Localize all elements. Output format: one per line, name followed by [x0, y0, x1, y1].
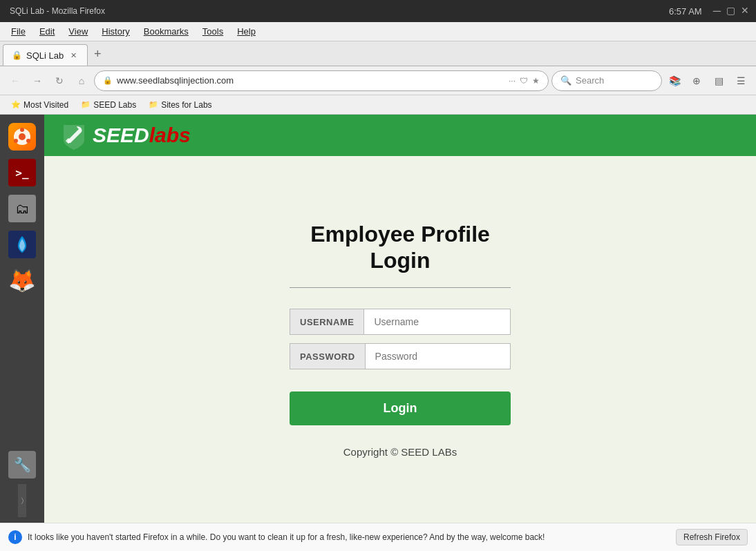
library-button[interactable]: 📚	[665, 71, 684, 90]
lock-icon: 🔒	[103, 76, 113, 85]
username-label: USERNAME	[290, 309, 364, 334]
sidebar-item-firefox[interactable]: 🦊	[6, 264, 39, 297]
notification-text: It looks like you haven't started Firefo…	[28, 532, 670, 542]
bookmarks-bar: ⭐ Most Visited 📁 SEED Labs 📁 Sites for L…	[0, 95, 756, 115]
menu-edit[interactable]: Edit	[34, 24, 60, 39]
bookmark-sites-for-labs-label: Sites for Labs	[161, 100, 211, 110]
sites-for-labs-folder-icon: 📁	[149, 100, 158, 109]
login-divider	[290, 287, 511, 288]
url-actions: ··· 🛡 ★	[509, 76, 540, 86]
back-button[interactable]: ←	[6, 71, 25, 90]
svg-point-1	[19, 133, 26, 140]
main-area: >_ 🗂 🦊	[0, 115, 756, 523]
sidebar: >_ 🗂 🦊	[0, 115, 44, 523]
window-close[interactable]: ✕	[741, 5, 749, 17]
page-content: SEED labs Employee Profile Login USERNAM…	[44, 115, 756, 523]
menu-view[interactable]: View	[63, 24, 93, 39]
seed-labs-folder-icon: 📁	[81, 100, 91, 109]
notification-bar: i It looks like you haven't started Fire…	[0, 523, 756, 551]
bookmark-sites-for-labs[interactable]: 📁 Sites for Labs	[143, 98, 217, 112]
menu-tools[interactable]: Tools	[197, 24, 229, 39]
sidebar-item-terminal[interactable]: >_	[6, 156, 39, 189]
tab-close-button[interactable]: ✕	[68, 50, 79, 61]
window-maximize[interactable]: ▢	[726, 5, 735, 17]
titlebar-title: SQLi Lab - Mozilla Firefox	[10, 6, 669, 16]
sidebar-item-wireshark[interactable]	[6, 228, 39, 261]
menu-bookmarks[interactable]: Bookmarks	[138, 24, 194, 39]
new-tab-button[interactable]: +	[88, 44, 107, 64]
logo-seed: SEED	[93, 124, 149, 147]
browser-window: SQLi Lab - Mozilla Firefox 6:57 AM ─ ▢ ✕…	[0, 0, 756, 551]
tab-label: SQLi Lab	[26, 50, 64, 61]
bookmark-most-visited[interactable]: ⭐ Most Visited	[6, 98, 74, 112]
url-text: www.seedlabsqlinjection.com	[117, 75, 504, 86]
window-controls: ─ ▢ ✕	[713, 5, 749, 17]
search-box[interactable]: 🔍 Search	[551, 70, 662, 91]
seed-logo-icon	[58, 119, 90, 151]
menu-button[interactable]: ☰	[731, 71, 750, 90]
menubar: File Edit View History Bookmarks Tools H…	[0, 22, 756, 41]
navbar: ← → ↻ ⌂ 🔒 www.seedlabsqlinjection.com ··…	[0, 66, 756, 95]
login-area: Employee Profile Login USERNAME PASSWORD…	[44, 156, 756, 523]
search-icon: 🔍	[560, 75, 571, 86]
svg-point-2	[20, 128, 24, 132]
window-minimize[interactable]: ─	[713, 5, 721, 17]
search-placeholder: Search	[576, 75, 604, 86]
url-bar[interactable]: 🔒 www.seedlabsqlinjection.com ··· 🛡 ★	[94, 70, 549, 91]
tab-sqli-lab[interactable]: 🔒 SQLi Lab ✕	[3, 44, 88, 66]
refresh-firefox-button[interactable]: Refresh Firefox	[676, 529, 748, 545]
svg-point-4	[14, 139, 18, 143]
tabbar: 🔒 SQLi Lab ✕ +	[0, 41, 756, 66]
nav-icons: 📚 ⊕ ▤ ☰	[665, 71, 750, 90]
logo-labs: labs	[149, 124, 191, 147]
most-visited-icon: ⭐	[11, 100, 21, 109]
site-logo: SEED labs	[58, 119, 191, 151]
menu-help[interactable]: Help	[231, 24, 261, 39]
sidebar-item-files[interactable]: 🗂	[6, 192, 39, 225]
tools-app-icon: 🔧	[8, 451, 36, 478]
url-star-icon[interactable]: ★	[532, 76, 540, 86]
url-menu-icon[interactable]: ···	[509, 76, 516, 86]
ubuntu-app-icon	[8, 123, 36, 151]
bookmark-seed-labs-label: SEED Labs	[93, 100, 136, 110]
copyright-text: Copyright © SEED LABs	[343, 446, 457, 458]
sidebar-item-tools[interactable]: 🔧	[6, 448, 39, 481]
login-title: Employee Profile Login	[310, 221, 490, 274]
svg-point-3	[26, 139, 30, 143]
tab-favicon: 🔒	[12, 50, 22, 60]
password-row: PASSWORD	[290, 343, 511, 369]
username-input[interactable]	[364, 309, 510, 334]
wireshark-app-icon	[8, 231, 36, 258]
files-app-icon: 🗂	[8, 195, 36, 222]
url-bookmark-icon[interactable]: 🛡	[520, 76, 528, 86]
os-time: 6:57 AM	[669, 6, 702, 17]
bookmark-most-visited-label: Most Visited	[23, 100, 68, 110]
username-row: USERNAME	[290, 309, 511, 335]
logo-text: SEED labs	[93, 124, 191, 147]
password-input[interactable]	[366, 344, 510, 369]
firefox-notification-icon: i	[8, 530, 22, 544]
menu-file[interactable]: File	[6, 24, 31, 39]
terminal-app-icon: >_	[8, 159, 36, 186]
site-header: SEED labs	[44, 115, 756, 156]
forward-button[interactable]: →	[28, 71, 47, 90]
sidebar-expander[interactable]: 〉	[18, 484, 26, 517]
sidebar-item-ubuntu[interactable]	[6, 120, 39, 153]
firefox-app-icon: 🦊	[8, 267, 36, 294]
password-label: PASSWORD	[290, 344, 366, 369]
menu-history[interactable]: History	[96, 24, 135, 39]
titlebar: SQLi Lab - Mozilla Firefox 6:57 AM ─ ▢ ✕	[0, 0, 756, 22]
sidebar-toggle-button[interactable]: ▤	[709, 71, 728, 90]
login-box: Employee Profile Login USERNAME PASSWORD…	[290, 221, 511, 458]
bookmark-seed-labs[interactable]: 📁 SEED Labs	[75, 98, 142, 112]
reload-button[interactable]: ↻	[50, 71, 69, 90]
login-button[interactable]: Login	[290, 392, 511, 425]
home-button[interactable]: ⌂	[72, 71, 91, 90]
add-tab-button[interactable]: ⊕	[687, 71, 706, 90]
